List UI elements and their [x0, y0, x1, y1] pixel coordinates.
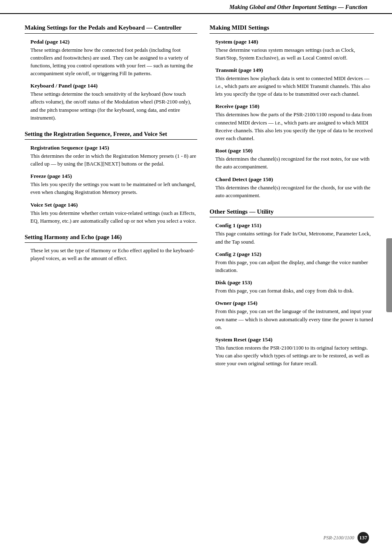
freeze-subtitle: Freeze (page 145) [25, 173, 197, 180]
harmony-body: These let you set the type of Harmony or… [25, 247, 197, 263]
keyboard-panel-body: These settings determine the touch sensi… [25, 90, 197, 122]
sysreset-body: This function restores the PSR-2100/1100… [210, 344, 374, 368]
system-body: These determine various system messages … [210, 46, 374, 62]
disk-subtitle: Disk (page 153) [210, 279, 374, 286]
reg-seq-subtitle: Registration Sequence (page 145) [25, 145, 197, 151]
section-registration-title: Setting the Registration Sequence, Freez… [25, 130, 197, 140]
config1-body: This page contains settings for Fade In/… [210, 230, 374, 246]
receive-body: This determines how the parts of the PSR… [210, 111, 374, 143]
section-pedals-title: Making Settings for the Pedals and Keybo… [25, 24, 197, 34]
owner-body: From this page, you can set the language… [210, 308, 374, 332]
system-subtitle: System (page 148) [210, 39, 374, 45]
disk-body: From this page, you can format disks, an… [210, 287, 374, 295]
page-footer: PSR-2100/1100 137 [323, 532, 369, 543]
section-pedals-keyboard: Making Settings for the Pedals and Keybo… [25, 24, 197, 122]
chord-detect-body: This determines the channel(s) recognize… [210, 184, 374, 200]
voice-set-subtitle: Voice Set (page 146) [25, 202, 197, 208]
footer-model: PSR-2100/1100 [323, 535, 354, 541]
page-number-badge: 137 [357, 532, 369, 543]
left-column: Making Settings for the Pedals and Keybo… [25, 24, 197, 376]
owner-subtitle: Owner (page 154) [210, 300, 374, 306]
config2-body: From this page, you can adjust the displ… [210, 259, 374, 274]
voice-set-body: This lets you determine whether certain … [25, 210, 197, 225]
transmit-subtitle: Transmit (page 149) [210, 67, 374, 74]
config2-subtitle: Config 2 (page 152) [210, 251, 374, 258]
receive-subtitle: Receive (page 150) [210, 103, 374, 110]
main-content: Making Settings for the Pedals and Keybo… [0, 14, 392, 389]
root-subtitle: Root (page 150) [210, 147, 374, 154]
reg-seq-body: This determines the order in which the R… [25, 152, 197, 168]
pedal-body: These settings determine how the connect… [25, 46, 197, 78]
section-harmony-title: Setting Harmony and Echo (page 146) [25, 233, 197, 243]
right-column: Making MIDI Settings System (page 148) T… [210, 24, 374, 376]
section-utility: Other Settings — Utility Config 1 (page … [210, 208, 374, 368]
root-body: This determines the channel(s) recognize… [210, 155, 374, 171]
transmit-body: This determines how playback data is sen… [210, 75, 374, 99]
page: Making Global and Other Important Settin… [0, 0, 392, 555]
sysreset-subtitle: System Reset (page 154) [210, 336, 374, 343]
section-utility-title: Other Settings — Utility [210, 208, 374, 218]
pedal-subtitle: Pedal (page 142) [25, 39, 197, 45]
section-harmony: Setting Harmony and Echo (page 146) Thes… [25, 233, 197, 263]
page-header: Making Global and Other Important Settin… [0, 0, 392, 14]
keyboard-panel-subtitle: Keyboard / Panel (page 144) [25, 83, 197, 89]
side-tab [386, 238, 392, 312]
section-midi: Making MIDI Settings System (page 148) T… [210, 24, 374, 200]
header-text: Making Global and Other Important Settin… [229, 4, 367, 10]
section-midi-title: Making MIDI Settings [210, 24, 374, 34]
chord-detect-subtitle: Chord Detect (page 150) [210, 176, 374, 183]
freeze-body: This lets you specify the settings you w… [25, 181, 197, 196]
section-registration: Setting the Registration Sequence, Freez… [25, 130, 197, 225]
config1-subtitle: Config 1 (page 151) [210, 222, 374, 229]
